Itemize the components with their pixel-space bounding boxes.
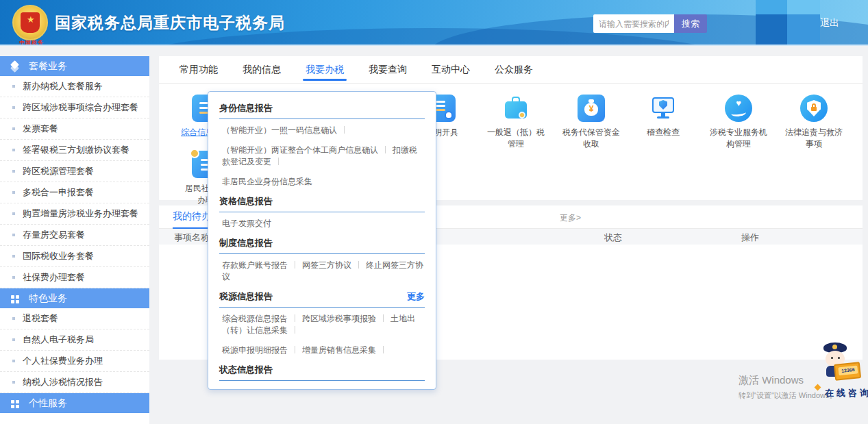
sidebar-item[interactable]: 社保费办理套餐 bbox=[0, 267, 149, 288]
sidebar-item[interactable]: 新办纳税人套餐服务 bbox=[0, 76, 149, 97]
mascot-eye bbox=[831, 357, 833, 359]
sidebar-item[interactable]: 多税合一申报套餐 bbox=[0, 182, 149, 203]
sidebar-item-label: 签署银税三方划缴协议套餐 bbox=[23, 144, 129, 156]
sidebar-item[interactable]: 购置增量房涉税业务办理套餐 bbox=[0, 203, 149, 225]
sidebar-item[interactable]: 存量房交易套餐 bbox=[0, 225, 149, 246]
bullet-icon bbox=[12, 360, 15, 362]
sidebar-item[interactable]: 纳税人涉税情况报告 bbox=[0, 372, 149, 393]
dropdown-item[interactable]: 综合税源信息报告 bbox=[222, 314, 288, 323]
sidebar-item-label: 个人社保费业务办理 bbox=[23, 355, 103, 367]
tab-tax-handling[interactable]: 我要办税 bbox=[306, 56, 344, 84]
divider bbox=[295, 326, 295, 334]
tab-interaction-center[interactable]: 互动中心 bbox=[432, 56, 470, 84]
column-operation: 操作 bbox=[741, 232, 759, 244]
divider bbox=[295, 314, 295, 322]
tab-common-functions[interactable]: 常用功能 bbox=[179, 56, 218, 84]
sidebar-item-label: 购置增量房涉税业务办理套餐 bbox=[23, 208, 138, 220]
layers-icon bbox=[10, 62, 21, 71]
grid-item-general-tax-refund[interactable]: 一般退（抵）税 管理 bbox=[478, 95, 554, 150]
column-status: 状态 bbox=[604, 232, 622, 244]
sidebar-item[interactable]: 自然人电子税务局 bbox=[0, 329, 149, 351]
sidebar-item-label: 发票套餐 bbox=[23, 123, 58, 135]
logo-caption: 中国税务 bbox=[12, 39, 51, 46]
logout-button[interactable]: 退出 bbox=[820, 17, 839, 29]
sidebar: 套餐业务 新办纳税人套餐服务 跨区域涉税事项综合办理套餐 发票套餐 签署银税三方… bbox=[0, 56, 149, 424]
mascot-laptop: 12366 bbox=[834, 362, 861, 381]
sidebar-item[interactable]: 签署银税三方划缴协议套餐 bbox=[0, 140, 149, 161]
mascot-laptop-screen: 12366 bbox=[838, 365, 858, 375]
moneybag-icon: ¥ bbox=[578, 95, 605, 122]
grid-icon bbox=[10, 399, 21, 408]
todo-more-link[interactable]: 更多> bbox=[560, 212, 581, 224]
sparkle-icon bbox=[815, 384, 821, 391]
sidebar-item-label: 国际税收业务套餐 bbox=[23, 250, 94, 262]
search-input[interactable] bbox=[593, 14, 674, 33]
tab-public-service[interactable]: 公众服务 bbox=[495, 56, 533, 84]
sidebar-section-label: 个性服务 bbox=[29, 397, 67, 410]
mascot-eye bbox=[838, 357, 840, 359]
sidebar-item[interactable]: 跨区域涉税事项综合办理套餐 bbox=[0, 97, 149, 119]
sidebar-section-package-business[interactable]: 套餐业务 bbox=[0, 56, 149, 76]
grid-item-label: 稽查检查 bbox=[625, 127, 701, 138]
bullet-icon bbox=[12, 191, 15, 194]
dropdown-item[interactable]: （智能开业）一照一码信息确认 bbox=[222, 125, 337, 135]
search-button[interactable]: 搜索 bbox=[674, 14, 707, 33]
emblem-star-icon: ★ bbox=[27, 15, 35, 24]
dropdown-section-title: 税源信息报告 bbox=[219, 290, 273, 303]
sidebar-item[interactable]: 个人社保费业务办理 bbox=[0, 351, 149, 372]
divider bbox=[295, 261, 295, 269]
sidebar-item[interactable]: 跨区税源管理套餐 bbox=[0, 161, 149, 182]
divider bbox=[344, 126, 345, 134]
censored-user-info bbox=[756, 0, 820, 46]
sidebar-item[interactable]: 国际税收业务套餐 bbox=[0, 246, 149, 267]
dropdown-item[interactable]: 增量房销售信息采集 bbox=[302, 345, 376, 355]
sidebar-item-label: 存量房交易套餐 bbox=[23, 229, 85, 241]
dropdown-item[interactable]: 税源申报明细报告 bbox=[222, 345, 288, 355]
comprehensive-info-report-dropdown: 身份信息报告 （智能开业）一照一码信息确认 （智能开业）两证整合个体工商户信息确… bbox=[208, 91, 436, 390]
grid-item-tax-service-agency[interactable]: ♥ 涉税专业服务机 构管理 bbox=[701, 95, 776, 150]
dropdown-section-title: 状态信息报告 bbox=[219, 364, 273, 376]
sidebar-item-label: 跨区税源管理套餐 bbox=[23, 165, 94, 177]
tax-emblem-logo: ★ bbox=[12, 5, 48, 40]
dropdown-item[interactable]: 非居民企业身份信息采集 bbox=[222, 177, 312, 186]
grid-item-label: 税务代保管资金 收取 bbox=[554, 127, 629, 150]
tab-my-info[interactable]: 我的信息 bbox=[243, 56, 281, 84]
divider bbox=[383, 314, 384, 322]
bullet-icon bbox=[12, 149, 15, 151]
briefcase-icon bbox=[502, 95, 530, 122]
column-item-name: 事项名称 bbox=[174, 232, 210, 244]
bullet-icon bbox=[12, 106, 15, 109]
grid-item-audit-inspection[interactable]: 稽查检查 bbox=[625, 95, 701, 138]
dropdown-item[interactable]: 跨区域涉税事项报验 bbox=[302, 314, 376, 323]
bullet-icon bbox=[12, 338, 15, 341]
bullet-icon bbox=[12, 381, 15, 384]
site-title: 国家税务总局重庆市电子税务局 bbox=[55, 12, 285, 34]
sidebar-section-personal-services[interactable]: 个性服务 bbox=[0, 393, 149, 413]
dropdown-section-title: 制度信息报告 bbox=[219, 237, 273, 249]
bullet-icon bbox=[12, 170, 15, 173]
divider bbox=[383, 346, 384, 353]
bullet-icon bbox=[12, 127, 15, 130]
grid-item-escrow-funds[interactable]: ¥ 税务代保管资金 收取 bbox=[554, 95, 629, 150]
sidebar-item-label: 纳税人涉税情况报告 bbox=[23, 376, 103, 388]
sidebar-item[interactable]: 发票套餐 bbox=[0, 119, 149, 140]
search-bar: 搜索 bbox=[593, 14, 707, 33]
hand-heart-icon: ♥ bbox=[725, 95, 752, 122]
grid-item-label: 涉税专业服务机 构管理 bbox=[701, 127, 776, 150]
divider bbox=[358, 261, 359, 269]
sidebar-section-special-business[interactable]: 特色业务 bbox=[0, 288, 149, 308]
dropdown-section-title: 身份信息报告 bbox=[219, 102, 273, 114]
dropdown-item[interactable]: 存款账户账号报告 bbox=[222, 260, 288, 270]
sidebar-item-label: 社保费办理套餐 bbox=[23, 271, 85, 284]
online-consult-label[interactable]: 在线咨询 bbox=[825, 387, 868, 399]
sidebar-item[interactable]: 退税套餐 bbox=[0, 308, 149, 329]
dropdown-item[interactable]: 电子发票交付 bbox=[222, 219, 271, 228]
dropdown-more-link[interactable]: 更多 bbox=[407, 290, 425, 303]
dropdown-item[interactable]: （智能开业）两证整合个体工商户信息确认 bbox=[222, 145, 378, 155]
grid-item-legal-liability-relief[interactable]: 法律追责与救济 事项 bbox=[776, 95, 852, 150]
header: ★ 中国税务 国家税务总局重庆市电子税务局 搜索 退出 bbox=[0, 0, 868, 46]
tab-my-query[interactable]: 我要查询 bbox=[369, 56, 407, 84]
bullet-icon bbox=[12, 276, 15, 279]
dropdown-item[interactable]: 网签三方协议 bbox=[302, 260, 351, 270]
sidebar-item-label: 新办纳税人套餐服务 bbox=[23, 80, 103, 92]
